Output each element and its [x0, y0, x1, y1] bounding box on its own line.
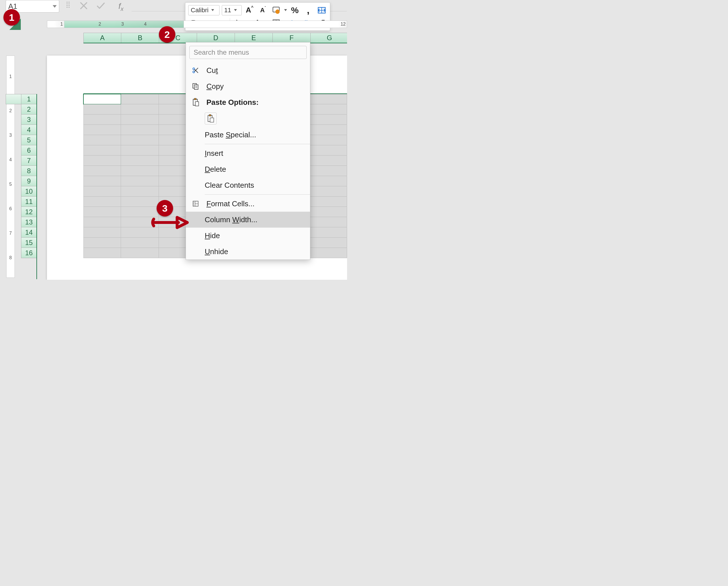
cell[interactable] [310, 217, 347, 227]
font-size-selector[interactable]: 11 [222, 5, 242, 16]
column-header[interactable]: G [311, 33, 347, 43]
conditional-format-icon[interactable] [271, 5, 282, 16]
chevron-down-icon[interactable] [53, 5, 57, 8]
row-header[interactable]: 15 [21, 238, 37, 248]
cell[interactable] [310, 155, 347, 166]
cell[interactable] [310, 115, 347, 125]
cell[interactable] [83, 125, 121, 135]
cell[interactable] [310, 104, 347, 115]
cell[interactable] [310, 176, 347, 186]
increase-font-icon[interactable]: A^ [244, 5, 255, 16]
row-headers[interactable]: 1 2 3 4 5 6 7 8 9 10 11 12 13 14 15 16 [21, 94, 37, 258]
menu-delete[interactable]: Delete [186, 161, 310, 177]
row-header[interactable]: 1 [21, 94, 37, 104]
vertical-ruler[interactable]: 1 2 3 4 5 6 7 8 [6, 55, 15, 278]
cell[interactable] [83, 94, 121, 104]
cell[interactable] [121, 125, 159, 135]
cell[interactable] [121, 248, 159, 258]
column-header[interactable]: B [121, 33, 159, 43]
row-header[interactable]: 3 [21, 115, 37, 125]
step-badge-2: 2 [159, 26, 175, 43]
cell[interactable] [121, 186, 159, 197]
cell[interactable] [83, 176, 121, 186]
font-selector[interactable]: Calibri [188, 5, 219, 16]
cell[interactable] [83, 155, 121, 166]
cell[interactable] [310, 135, 347, 145]
row-header[interactable]: 6 [21, 145, 37, 155]
menu-unhide[interactable]: Unhide [186, 244, 310, 260]
chevron-down-icon[interactable] [284, 9, 287, 11]
cell[interactable] [83, 166, 121, 176]
menu-paste-special[interactable]: Paste Special... [186, 127, 310, 143]
row-header[interactable]: 13 [21, 217, 37, 227]
row-header[interactable]: 10 [21, 186, 37, 197]
cell[interactable] [121, 176, 159, 186]
row-header[interactable]: 14 [21, 227, 37, 238]
select-all-box[interactable] [6, 94, 21, 104]
format-cell-icon[interactable] [316, 5, 327, 16]
cell[interactable] [83, 197, 121, 207]
row-header[interactable]: 2 [21, 104, 37, 115]
cell[interactable] [310, 197, 347, 207]
cell[interactable] [121, 94, 159, 104]
menu-search-input[interactable]: Search the menus [189, 46, 307, 59]
cell[interactable] [310, 227, 347, 238]
column-headers[interactable]: A B C D E F G [83, 33, 347, 43]
cell[interactable] [310, 94, 347, 104]
cell[interactable] [83, 227, 121, 238]
menu-cut[interactable]: Cut [186, 63, 310, 78]
scissors-icon [191, 67, 200, 74]
menu-insert[interactable]: Insert [186, 145, 310, 161]
menu-label: Unhide [205, 247, 228, 256]
row-header[interactable]: 8 [21, 166, 37, 176]
column-header[interactable]: D [197, 33, 235, 43]
cell[interactable] [310, 166, 347, 176]
cell[interactable] [83, 238, 121, 248]
copy-icon [191, 82, 200, 90]
cell[interactable] [83, 248, 121, 258]
cell[interactable] [310, 207, 347, 217]
column-header[interactable]: E [235, 33, 273, 43]
comma-icon[interactable]: , [303, 5, 314, 16]
cell[interactable] [121, 115, 159, 125]
horizontal-ruler[interactable]: 1 2 3 4 12 [47, 21, 347, 28]
menu-copy[interactable]: Copy [186, 78, 310, 94]
cell[interactable] [83, 217, 121, 227]
row-header[interactable]: 5 [21, 135, 37, 145]
cell[interactable] [310, 238, 347, 248]
cell[interactable] [310, 248, 347, 258]
cell[interactable] [121, 197, 159, 207]
column-header[interactable]: F [273, 33, 311, 43]
cell[interactable] [83, 186, 121, 197]
cell[interactable] [310, 145, 347, 155]
cell[interactable] [83, 115, 121, 125]
cell[interactable] [310, 125, 347, 135]
grip-icon[interactable] [67, 2, 70, 8]
row-header[interactable]: 16 [21, 248, 37, 258]
row-header[interactable]: 11 [21, 197, 37, 207]
menu-column-width[interactable]: Column Width... [186, 212, 310, 228]
menu-hide[interactable]: Hide [186, 228, 310, 244]
cell[interactable] [121, 166, 159, 176]
cell[interactable] [121, 238, 159, 248]
menu-format-cells[interactable]: Format Cells... [186, 196, 310, 212]
paste-default-button[interactable] [205, 113, 217, 124]
cell[interactable] [310, 186, 347, 197]
menu-clear-contents[interactable]: Clear Contents [186, 177, 310, 193]
fx-icon[interactable]: fx [119, 2, 124, 12]
cell[interactable] [121, 145, 159, 155]
cell[interactable] [83, 207, 121, 217]
cell[interactable] [83, 135, 121, 145]
row-header[interactable]: 9 [21, 176, 37, 186]
row-header[interactable]: 7 [21, 155, 37, 166]
cell[interactable] [121, 155, 159, 166]
row-header[interactable]: 4 [21, 125, 37, 135]
cell[interactable] [121, 104, 159, 115]
cell[interactable] [121, 135, 159, 145]
column-header[interactable]: A [83, 33, 121, 43]
decrease-font-icon[interactable]: Aˇ [257, 5, 268, 16]
percent-icon[interactable]: % [289, 5, 301, 16]
cell[interactable] [83, 104, 121, 115]
row-header[interactable]: 12 [21, 207, 37, 217]
cell[interactable] [83, 145, 121, 155]
